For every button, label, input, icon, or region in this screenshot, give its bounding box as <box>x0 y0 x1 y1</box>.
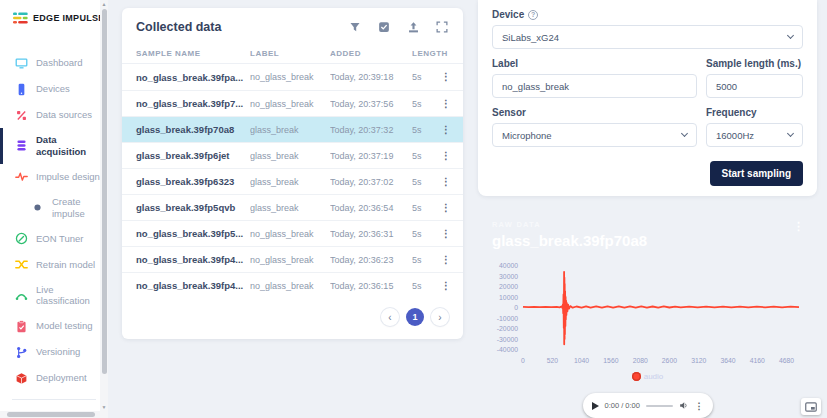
select-checkbox-icon[interactable] <box>377 20 391 34</box>
dot-icon <box>30 201 44 215</box>
sample-name: no_glass_break.39fp7... <box>134 98 250 109</box>
sidebar-item-impulse-design[interactable]: Impulse design <box>0 164 108 190</box>
picture-in-picture-button[interactable] <box>801 398 821 415</box>
label-input[interactable] <box>492 74 697 98</box>
collected-data-header: Collected data <box>122 8 463 44</box>
table-row[interactable]: no_glass_break.39fp5... no_glass_break T… <box>122 220 463 246</box>
row-menu-icon[interactable] <box>441 177 451 187</box>
y-tick-label: -20000 <box>497 325 518 332</box>
sidebar-item-eon-tuner[interactable]: EON Tuner <box>0 226 108 252</box>
sample-length: 5s <box>412 255 441 265</box>
column-header-length: Length <box>412 49 451 58</box>
next-page-button[interactable] <box>431 308 449 326</box>
sidebar-item-create-impulse[interactable]: Create impulse <box>0 190 108 226</box>
scroll-down-arrow[interactable]: ▼ <box>101 404 107 410</box>
y-tick-label: 0 <box>514 304 518 311</box>
sample-added: Today, 20:36:15 <box>330 281 412 291</box>
y-tick-label: 10000 <box>499 293 518 300</box>
row-menu-icon[interactable] <box>441 99 451 109</box>
scroll-up-arrow[interactable]: ▲ <box>101 1 107 7</box>
sample-name: glass_break.39fp6jet <box>134 150 250 161</box>
sidebar-item-data-acquisition[interactable]: Data acquisition <box>0 128 108 164</box>
table-row[interactable]: glass_break.39fp6jet glass_break Today, … <box>122 142 463 168</box>
sidebar-vertical-scrollbar[interactable]: ▲ ▼ <box>100 0 108 411</box>
device-label: Device <box>492 9 803 20</box>
expand-icon[interactable] <box>435 20 449 34</box>
player-progress-bar[interactable] <box>646 405 673 407</box>
previous-page-button[interactable] <box>381 308 399 326</box>
row-menu-icon[interactable] <box>441 281 451 291</box>
table-row[interactable]: glass_break.39fp70a8 glass_break Today, … <box>122 116 463 142</box>
sidebar-item-data-sources[interactable]: Data sources <box>0 102 108 128</box>
scrollbar-thumb[interactable] <box>102 9 107 374</box>
retrain-model-icon <box>14 258 28 272</box>
sample-label: glass_break <box>250 151 330 161</box>
waveform-plot[interactable] <box>523 265 799 349</box>
y-tick-label: -10000 <box>497 314 518 321</box>
sample-name: glass_break.39fp70a8 <box>134 124 250 135</box>
audio-player[interactable]: 0:00 / 0:00 <box>583 393 713 418</box>
upload-icon[interactable] <box>406 20 420 34</box>
volume-icon[interactable] <box>679 400 688 411</box>
sidebar-item-label: Data sources <box>36 109 92 121</box>
player-time: 0:00 / 0:00 <box>605 401 640 410</box>
chevron-down-icon <box>787 32 794 39</box>
row-menu-icon[interactable] <box>441 229 451 239</box>
sidebar-item-label: Model testing <box>36 320 93 332</box>
sidebar-item-label: Retrain model <box>36 259 95 271</box>
table-row[interactable]: no_glass_break.39fp4... no_glass_break T… <box>122 272 463 298</box>
row-menu-icon[interactable] <box>441 72 451 82</box>
sidebar-horizontal-scrollbar[interactable] <box>0 411 108 418</box>
model-testing-icon <box>14 319 28 333</box>
sidebar-item-retrain-model[interactable]: Retrain model <box>0 252 108 278</box>
current-page-button[interactable]: 1 <box>406 308 424 326</box>
start-sampling-button[interactable]: Start sampling <box>710 161 803 186</box>
sidebar-item-deployment[interactable]: Deployment <box>0 365 108 391</box>
raw-data-heading: RAW DATA <box>478 207 817 229</box>
raw-data-menu-icon[interactable] <box>793 221 804 232</box>
sidebar-item-label: Live classification <box>36 284 104 308</box>
player-menu-icon[interactable] <box>695 401 704 411</box>
sample-length: 5s <box>412 99 441 109</box>
table-row[interactable]: no_glass_break.39fp7... no_glass_break T… <box>122 90 463 116</box>
sidebar-item-dashboard[interactable]: Dashboard <box>0 50 108 76</box>
sample-added: Today, 20:37:32 <box>330 125 412 135</box>
live-classification-icon <box>14 288 28 302</box>
device-select[interactable]: SiLabs_xG24 <box>492 25 803 49</box>
frequency-value: 16000Hz <box>716 130 788 141</box>
sidebar-item-model-testing[interactable]: Model testing <box>0 313 108 339</box>
chevron-down-icon <box>787 130 794 137</box>
sample-label: glass_break <box>250 125 330 135</box>
sample-label: glass_break <box>250 203 330 213</box>
eon-tuner-icon <box>14 232 28 246</box>
table-row[interactable]: glass_break.39fp6323 glass_break Today, … <box>122 168 463 194</box>
x-tick-label: 2600 <box>662 357 677 364</box>
row-menu-icon[interactable] <box>441 125 451 135</box>
y-tick-label: -40000 <box>497 346 518 353</box>
sensor-select[interactable]: Microphone <box>492 123 697 147</box>
sidebar-item-devices[interactable]: Devices <box>0 76 108 102</box>
play-icon[interactable] <box>592 402 599 410</box>
row-menu-icon[interactable] <box>441 203 451 213</box>
scrollbar-thumb[interactable] <box>7 412 95 417</box>
frequency-select[interactable]: 16000Hz <box>706 123 803 147</box>
table-row[interactable]: no_glass_break.39fpa... no_glass_break T… <box>122 64 463 90</box>
x-tick-label: 3120 <box>691 357 706 364</box>
table-row[interactable]: no_glass_break.39fp4... no_glass_break T… <box>122 246 463 272</box>
chart-legend[interactable]: audio <box>478 372 817 381</box>
table-row[interactable]: glass_break.39fp5qvb glass_break Today, … <box>122 194 463 220</box>
y-tick-label: 40000 <box>499 262 518 269</box>
edge-impulse-logo[interactable]: EDGE IMPULSE <box>0 0 108 24</box>
sample-length-input[interactable] <box>706 74 803 98</box>
help-icon[interactable] <box>528 10 538 20</box>
sidebar-item-versioning[interactable]: Versioning <box>0 339 108 365</box>
sidebar-item-label: Deployment <box>36 372 87 384</box>
filter-icon[interactable] <box>348 20 362 34</box>
sidebar-item-live-classification[interactable]: Live classification <box>0 278 108 314</box>
row-menu-icon[interactable] <box>441 255 451 265</box>
sample-length: 5s <box>412 203 441 213</box>
row-menu-icon[interactable] <box>441 151 451 161</box>
sidebar-item-label: Data acquisition <box>36 134 104 158</box>
sample-name: glass_break.39fp5qvb <box>134 202 250 213</box>
panel-title: Collected data <box>136 20 348 34</box>
